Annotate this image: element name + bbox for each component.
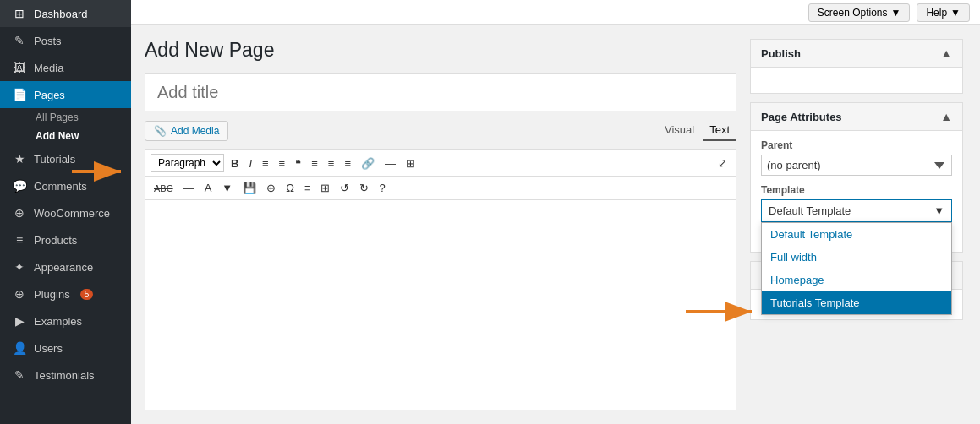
sidebar: ⊞ Dashboard ✎ Posts 🖼 Media 📄 Pages All … [0,0,131,424]
template-section: Template Default Template ▼ Default Temp… [761,184,952,243]
visual-tab[interactable]: Visual [658,120,701,141]
sidebar-sub-all-pages[interactable]: All Pages [0,108,131,127]
content-area: Add New Page 📎 Add Media Visual Text [131,25,980,424]
page-title-input[interactable] [145,73,736,111]
hr-button[interactable]: — [381,155,399,171]
sidebar-item-label: Tutorials [34,153,75,166]
template-selected-value: Default Template [769,204,851,217]
dashboard-icon: ⊞ [12,7,27,20]
template-option-fullwidth[interactable]: Full width [762,246,951,269]
align-center-button[interactable]: ≡ [325,155,338,171]
sidebar-item-comments[interactable]: 💬 Comments [0,172,131,199]
template-dropdown-button[interactable]: Default Template ▼ [761,199,952,222]
right-sidebar: Publish ▲ Page Attributes ▲ Parent (no p… [750,39,963,410]
more-button[interactable]: ⊞ [402,155,419,171]
add-media-button[interactable]: 📎 Add Media [145,121,228,141]
sidebar-item-testimonials[interactable]: ✎ Testimonials [0,361,131,389]
help-toolbar-button[interactable]: ? [375,180,388,196]
help-arrow-icon: ▼ [950,7,961,19]
text-tab[interactable]: Text [703,120,736,141]
sidebar-item-plugins[interactable]: ⊕ Plugins 5 [0,280,131,307]
editor-toolbar-top: 📎 Add Media Visual Text [145,120,736,141]
editor-section: Add New Page 📎 Add Media Visual Text [145,39,736,410]
paste-text-button[interactable]: 💾 [239,180,260,196]
sidebar-item-posts[interactable]: ✎ Posts [0,27,131,54]
comments-icon: 💬 [12,179,27,193]
page-attributes-header: Page Attributes ▲ [751,103,962,131]
publish-box: Publish ▲ [750,39,963,94]
editor-body[interactable] [145,200,736,410]
template-select-wrapper: Default Template ▼ Default Template Full… [761,199,952,222]
sidebar-item-woocommerce[interactable]: ⊕ WooCommerce [0,199,131,226]
sidebar-item-dashboard[interactable]: ⊞ Dashboard [0,0,131,27]
template-label: Template [761,184,952,196]
align-right-button[interactable]: ≡ [341,155,354,171]
ordered-list-button[interactable]: ≡ [276,155,289,171]
paste-word-button[interactable]: ⊕ [263,180,279,196]
redo-button[interactable]: ↻ [356,180,372,196]
fullscreen-button[interactable]: ⤢ [714,155,731,171]
sidebar-item-products[interactable]: ≡ Products [0,226,131,253]
testimonials-icon: ✎ [12,368,27,382]
color-arrow-button[interactable]: ▼ [218,180,236,196]
products-icon: ≡ [12,233,27,247]
sidebar-item-label: Dashboard [34,8,88,20]
sidebar-item-label: WooCommerce [34,207,110,220]
sidebar-item-label: Pages [34,89,65,101]
help-label: Help [926,7,947,19]
screen-options-label: Screen Options [818,7,888,19]
publish-toggle-icon[interactable]: ▲ [940,46,952,60]
sidebar-item-label: Users [34,342,63,355]
undo-button[interactable]: ↺ [337,180,353,196]
sidebar-item-label: Examples [34,315,82,328]
media-icon: 🖼 [12,61,27,74]
sidebar-item-label: Testimonials [34,369,95,382]
hr2-button[interactable]: — [180,180,198,196]
sidebar-item-examples[interactable]: ▶ Examples [0,307,131,334]
page-attributes-box: Page Attributes ▲ Parent (no parent) Tem… [750,102,963,253]
template-option-default[interactable]: Default Template [762,223,951,246]
topbar: Screen Options ▼ Help ▼ [131,0,980,25]
sidebar-item-media[interactable]: 🖼 Media [0,54,131,81]
parent-select[interactable]: (no parent) [761,155,952,176]
text-color-button[interactable]: A [201,180,216,196]
paragraph-select[interactable]: Paragraph [151,154,224,172]
sidebar-item-label: Appearance [34,261,93,274]
page-attributes-toggle-icon[interactable]: ▲ [940,110,952,123]
italic-button[interactable]: I [245,155,255,171]
all-pages-label: All Pages [36,111,79,123]
sidebar-item-label: Posts [34,35,62,47]
indent-button[interactable]: ≡ [301,180,315,196]
screen-options-button[interactable]: Screen Options ▼ [808,3,911,22]
plugins-badge: 5 [80,289,94,300]
template-dropdown-list: Default Template Full width Homepage Tut… [761,222,952,315]
appearance-icon: ✦ [12,260,27,274]
publish-box-header: Publish ▲ [751,40,962,68]
bold-button[interactable]: B [227,155,242,171]
sidebar-item-label: Plugins [34,288,70,301]
tutorials-icon: ★ [12,152,27,166]
editor-toolbar-row2: ABC — A ▼ 💾 ⊕ Ω ≡ ⊞ ↺ ↻ ? [145,177,736,200]
plugins-icon: ⊕ [12,287,27,301]
screen-options-arrow-icon: ▼ [891,7,901,19]
outdent-button[interactable]: ⊞ [317,180,333,196]
sidebar-sub-add-new[interactable]: Add New [0,127,131,145]
add-new-label: Add New [36,130,79,142]
unordered-list-button[interactable]: ≡ [259,155,272,171]
sidebar-item-tutorials[interactable]: ★ Tutorials [0,145,131,172]
sidebar-item-pages[interactable]: 📄 Pages [0,81,131,108]
sidebar-item-label: Media [34,62,63,74]
publish-box-body [751,68,962,93]
template-option-homepage[interactable]: Homepage [762,269,951,291]
align-left-button[interactable]: ≡ [308,155,321,171]
help-button[interactable]: Help ▼ [917,3,970,22]
blockquote-button[interactable]: ❝ [292,155,304,171]
sidebar-item-appearance[interactable]: ✦ Appearance [0,253,131,280]
users-icon: 👤 [12,341,27,355]
sidebar-item-users[interactable]: 👤 Users [0,334,131,361]
template-option-tutorials[interactable]: Tutorials Template [762,291,951,314]
special-char-button[interactable]: Ω [282,180,298,196]
link-button[interactable]: 🔗 [358,155,378,171]
editor-toolbar-row1: Paragraph B I ≡ ≡ ❝ ≡ ≡ ≡ 🔗 — ⊞ ⤢ [145,150,736,177]
strikethrough-button[interactable]: ABC [151,182,177,195]
